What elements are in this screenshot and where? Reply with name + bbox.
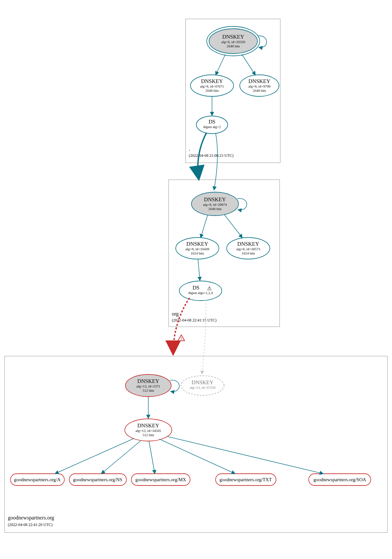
rrset-a-label: goodnewspartners.org/A	[14, 477, 61, 482]
node-org-zsk2: DNSKEY alg=8, id=30573 1024 bits	[227, 238, 270, 259]
node-root-zsk1: DNSKEY alg=8, id=47671 2048 bits	[190, 75, 234, 96]
node-domain-ksk-stale: DNSKEY alg=13, id=37259	[181, 376, 224, 395]
root-ksk-line1: alg=8, id=20326	[221, 40, 245, 44]
zone-label-org: org	[172, 311, 179, 317]
root-zsk2-title: DNSKEY	[249, 78, 270, 84]
node-root-zsk2: DNSKEY alg=8, id=9799 2048 bits	[240, 75, 279, 96]
edge-orgksk-zsk1	[201, 215, 208, 238]
dom-zsk-line2: 512 bits	[142, 433, 154, 437]
rrset-pill-ns: goodnewspartners.org/NS	[69, 474, 126, 485]
root-zsk1-line1: alg=8, id=47671	[200, 84, 224, 88]
org-ds-title: DS	[192, 285, 199, 291]
org-ksk-line1: alg=8, id=26974	[203, 203, 227, 206]
edge-zsk-ns	[101, 440, 141, 474]
edge-org-to-domain-error	[173, 298, 189, 353]
rrset-pill-a: goodnewspartners.org/A	[10, 474, 64, 485]
root-ds-line1: digest alg=2	[203, 125, 221, 129]
edge-org-to-domain-stale	[202, 300, 206, 374]
edge-orgksk-zsk2	[224, 214, 242, 238]
node-domain-zsk: DNSKEY alg=13, id=34505 512 bits	[125, 419, 172, 441]
dom-zsk-title: DNSKEY	[138, 422, 159, 429]
root-zsk2-line1: alg=8, id=9799	[248, 84, 270, 88]
warning-icon: ⚠	[207, 286, 212, 291]
org-zsk1-line2: 1024 bits	[191, 251, 204, 255]
org-zsk2-title: DNSKEY	[237, 241, 259, 247]
zone-ts-domain: (2022-04-08 22:41:20 UTC)	[8, 522, 53, 527]
zone-label-domain: goodnewspartners.org	[8, 515, 54, 521]
edge-zsk-soa	[167, 436, 323, 474]
org-ds-line1: digest algs=1,2,4	[188, 291, 213, 295]
org-zsk1-line1: alg=8, id=10449	[186, 247, 209, 251]
org-zsk2-line1: alg=8, id=30573	[237, 247, 260, 251]
edge-root-to-org-thin	[214, 133, 218, 190]
rrset-txt-label: goodnewspartners.org/TXT	[220, 477, 272, 482]
dom-ksk-title: DNSKEY	[138, 378, 159, 384]
rrset-pill-soa: goodnewspartners.org/SOA	[309, 474, 371, 485]
node-org-zsk1: DNSKEY alg=8, id=10449 1024 bits	[176, 238, 219, 259]
rrset-pill-txt: goodnewspartners.org/TXT	[216, 474, 276, 485]
org-zsk2-line2: 1024 bits	[242, 251, 255, 255]
edge-orgzsk1-ds	[198, 259, 200, 281]
root-ds-title: DS	[208, 119, 215, 125]
svg-text:!: !	[181, 336, 182, 341]
rrset-mx-label: goodnewspartners.org/MX	[135, 477, 186, 482]
node-domain-ksk: DNSKEY alg=13, id=2371 512 bits	[125, 374, 171, 397]
rrset-pill-mx: goodnewspartners.org/MX	[131, 474, 190, 485]
dom-zsk-line1: alg=13, id=34505	[136, 429, 161, 433]
root-zsk2-line2: 2048 bits	[253, 89, 266, 92]
edge-rootksk-zsk1	[216, 54, 225, 75]
rrset-ns-label: goodnewspartners.org/NS	[73, 477, 122, 482]
dnssec-chain-diagram: DNSKEY alg=8, id=20326 2048 bits DNSKEY …	[0, 0, 392, 559]
node-org-ds: DS ⚠ digest algs=1,2,4	[179, 281, 222, 301]
root-zsk1-line2: 2048 bits	[205, 89, 219, 92]
error-icon: !	[178, 335, 185, 341]
rrset-soa-label: goodnewspartners.org/SOA	[313, 477, 366, 482]
edge-zsk-txt	[159, 439, 235, 474]
edge-rootksk-zsk2	[242, 54, 255, 75]
root-ksk-title: DNSKEY	[222, 34, 244, 40]
root-ksk-line2: 2048 bits	[227, 44, 240, 48]
node-org-ksk: DNSKEY alg=8, id=26974 2048 bits	[191, 192, 238, 216]
org-ksk-line2: 2048 bits	[208, 207, 222, 211]
org-zsk1-title: DNSKEY	[187, 241, 208, 247]
zone-ts-root: (2022-04-08 21:00:23 UTC)	[189, 153, 234, 158]
dom-kskold-title: DNSKEY	[192, 379, 214, 386]
org-ksk-title: DNSKEY	[204, 196, 226, 203]
node-root-ds: DS digest alg=2	[196, 116, 228, 134]
dom-kskold-line1: alg=13, id=37259	[190, 386, 216, 389]
zone-label-root: .	[189, 146, 190, 152]
root-zsk1-title: DNSKEY	[201, 78, 223, 84]
node-root-ksk: DNSKEY alg=8, id=20326 2048 bits	[207, 26, 260, 56]
edge-zsk-mx	[149, 441, 155, 474]
dom-ksk-line2: 512 bits	[142, 388, 154, 392]
dom-ksk-line1: alg=13, id=2371	[137, 384, 160, 388]
